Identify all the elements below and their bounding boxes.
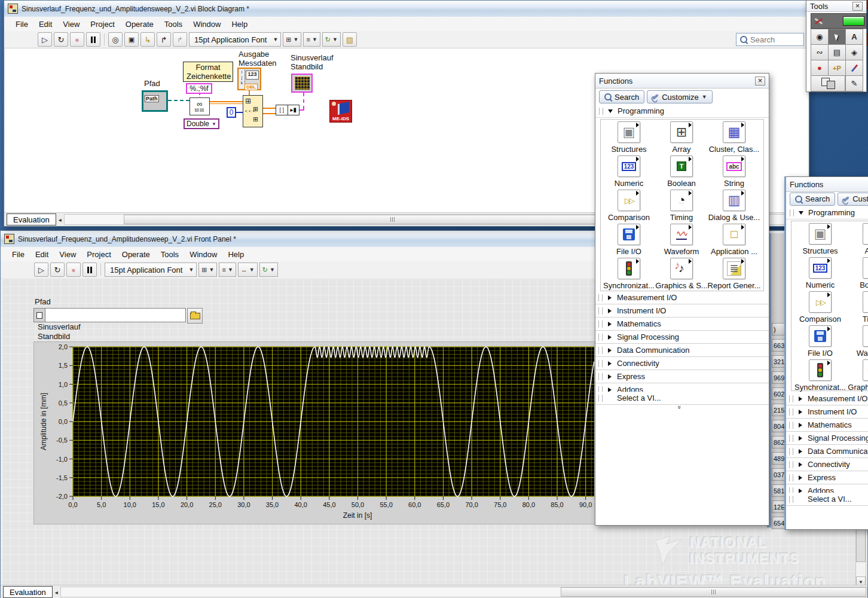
palette-category[interactable]: Instrument I/O [786,405,868,419]
palette-category[interactable]: Instrument I/O [595,304,769,318]
block-diagram-evaluation-tab[interactable]: Evaluation [7,213,56,225]
palette-item[interactable]: File I/O [603,222,655,256]
front-panel-evaluation-tab[interactable]: Evaluation [3,586,53,598]
palette-item[interactable]: Comparison [603,188,655,222]
palette-category[interactable]: Express [786,471,868,484]
reorder-button[interactable]: ↻▼ [259,263,278,277]
menu-item[interactable]: File [10,18,33,30]
set-breakpoint-tool[interactable]: ● [811,60,829,76]
set-color-tool[interactable] [811,75,845,91]
run-button[interactable]: ▷ [38,32,52,47]
palette-item[interactable]: Application ... [708,222,760,256]
probe-data-tool[interactable]: +P [828,60,846,76]
waveform-graph[interactable]: 0,05,010,015,020,025,030,035,040,045,050… [33,341,601,524]
tools-palette-titlebar[interactable]: Tools × [806,1,866,12]
functions-palette-titlebar[interactable]: Functions × [595,74,769,89]
palette-category[interactable]: Mathematics [595,318,769,331]
palette-category[interactable]: Data Communication [786,445,868,458]
scroll-window-tool[interactable]: ◈ [845,44,863,60]
browse-button[interactable] [187,308,203,324]
operate-value-tool[interactable]: ◉ [811,29,829,45]
menu-item[interactable]: View [54,248,81,261]
abort-button[interactable]: ● [70,32,84,47]
palette-category[interactable]: Express [595,370,769,383]
palette-item[interactable]: Structures [794,221,846,255]
palette-item[interactable]: Synchronizat... [603,256,655,290]
palette-item[interactable]: Numeric [794,255,846,289]
palette-customize-button[interactable]: Customize ▼ [647,90,712,103]
block-diagram-titlebar[interactable]: Sinusverlauf_Frequenz_und_Amplitudenswee… [4,1,809,17]
menu-item[interactable]: Window [188,18,226,30]
select-a-vi-row[interactable]: Select a VI... [595,392,769,405]
palette-item[interactable]: Array [848,221,868,255]
functions-palette-titlebar[interactable]: Functions [786,177,868,192]
menu-item[interactable]: View [57,18,85,30]
highlight-execution-icon[interactable]: ◎ [108,32,123,47]
palette-category[interactable]: Measurement I/O [786,392,868,405]
palette-item[interactable]: Waveform [655,222,708,256]
front-panel-horizontal-scrollbar[interactable] [60,587,867,597]
palette-item[interactable]: Timing [655,188,708,222]
palette-search-button[interactable]: Search [599,90,644,103]
step-into-icon[interactable]: ↳ [140,32,155,47]
me-ids-node[interactable]: ME-iDS [329,100,352,123]
double-type-constant[interactable]: Double ▼ [184,118,219,129]
index-array-node[interactable]: ⊞ ⊞ ⊞ ▪: ▪: ▪: [243,95,263,127]
close-icon[interactable]: × [755,77,765,86]
paintbrush-tool[interactable]: ✎ [845,75,863,91]
path-constant-node[interactable]: Path [142,90,168,112]
palette-category[interactable]: Data Communication [595,344,769,357]
distribute-objects-button[interactable]: ≡▼ [303,32,320,47]
cleanup-diagram-icon[interactable]: ▨ [343,32,357,47]
palette-item[interactable]: Report Gener... [708,256,760,290]
reorder-button[interactable]: ↻▼ [322,32,341,47]
abort-button[interactable]: ● [66,263,81,277]
tab-scroll-left-icon[interactable]: ◂ [55,589,58,596]
menu-item[interactable]: Operate [117,248,155,261]
object-shortcut-menu-tool[interactable]: ▤ [828,44,846,60]
retain-wire-values-icon[interactable]: ▣ [124,32,139,47]
run-continuously-button[interactable]: ↻ [54,32,68,47]
menu-item[interactable]: Help [226,18,253,30]
palette-item[interactable]: String [708,154,760,188]
programming-section-header[interactable]: Programming [595,105,769,118]
palette-item[interactable]: Dialog & Use... [708,188,760,222]
font-selector[interactable]: 15pt Application Font ▼ [105,263,197,277]
menu-item[interactable]: Project [85,18,120,30]
menu-item[interactable]: Help [222,248,249,261]
waveform-graph-plot[interactable]: 0,05,010,015,020,025,030,035,040,045,050… [34,342,600,523]
palette-category[interactable]: Signal Processing [786,432,868,445]
palette-item[interactable]: Waveform [848,324,868,358]
palette-item[interactable]: Numeric [603,154,655,188]
palette-more-chevron-icon[interactable]: » [676,405,683,409]
menu-item[interactable]: Tools [155,248,184,261]
run-button[interactable]: ▷ [34,263,48,277]
build-array-node[interactable]: [ ] ▸▮ [276,105,299,115]
close-icon[interactable]: × [852,2,863,11]
palette-item[interactable]: Cluster, Clas... [708,120,760,154]
palette-item[interactable]: Boolean [848,255,868,289]
palette-search-button[interactable]: Search [790,193,835,206]
menu-item[interactable]: Tools [159,18,188,30]
palette-item[interactable]: Graphics & S... [848,358,868,392]
palette-item[interactable]: Timing [848,289,868,324]
menu-item[interactable]: Project [81,248,116,261]
get-color-tool[interactable] [845,60,863,76]
select-a-vi-row[interactable]: Select a VI... [786,493,868,506]
font-selector[interactable]: 15pt Application Font ▼ [189,32,281,47]
align-objects-button[interactable]: ⊞▼ [283,32,301,47]
edit-text-tool[interactable]: A [845,29,863,45]
palette-category[interactable]: Mathematics [786,419,868,432]
resize-objects-button[interactable]: ↔▼ [238,263,258,277]
pause-button[interactable] [82,263,97,277]
path-control[interactable] [33,308,186,322]
palette-item[interactable]: Comparison [794,289,846,324]
measurement-array-indicator-node[interactable]: i j k 123 DBL [237,68,261,90]
align-objects-button[interactable]: ⊞▼ [198,263,217,277]
menu-item[interactable]: Window [184,248,222,261]
menu-item[interactable]: Operate [120,18,159,30]
path-input[interactable] [45,308,186,322]
xy-graph-terminal-node[interactable] [291,74,313,93]
palette-item[interactable]: File I/O [794,324,846,358]
palette-item[interactable]: Array [655,120,708,154]
